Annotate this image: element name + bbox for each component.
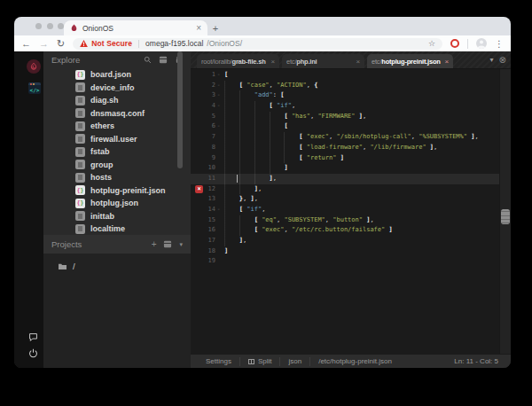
line-number: 13 [205, 194, 215, 205]
code-line[interactable]: 4- [ "if", [191, 101, 511, 112]
code-line[interactable]: 3- "add": [ [191, 90, 511, 101]
code-token: "/lib/firmware" [370, 144, 426, 151]
file-item[interactable]: localtime [43, 223, 191, 236]
power-icon[interactable] [28, 348, 38, 358]
package-icon[interactable] [163, 240, 172, 248]
back-icon[interactable]: ← [21, 39, 31, 49]
fold-marker[interactable]: - [215, 90, 222, 101]
file-item[interactable]: device_info [43, 82, 191, 95]
gutter: 4- [191, 101, 222, 112]
search-icon[interactable] [144, 56, 152, 64]
code-line[interactable]: 19 [191, 256, 511, 267]
editor-scrollbar-track[interactable] [499, 69, 511, 354]
file-item[interactable]: hotplug.json [43, 197, 191, 210]
code-line[interactable]: 6- [ [191, 121, 511, 132]
code-line[interactable]: 16 [ "exec", "/etc/rc.button/failsafe" ] [191, 225, 511, 236]
file-icon [75, 96, 85, 105]
tab-close-icon[interactable]: × [196, 24, 201, 33]
minimize-window-button[interactable] [47, 23, 53, 29]
code-line[interactable]: 17 ], [191, 236, 511, 246]
file-item[interactable]: board.json [43, 68, 191, 82]
plus-icon[interactable]: + [152, 240, 157, 249]
code-line[interactable]: 13 }, ], [191, 194, 511, 205]
code-line[interactable]: 7 [ "exec", "/sbin/hotplug-call", "%SUBS… [191, 132, 511, 143]
editor-scrollbar-thumb[interactable] [501, 209, 510, 224]
file-item[interactable]: dnsmasq.conf [43, 107, 191, 121]
code-line[interactable]: 2- [ "case", "ACTION", { [191, 81, 511, 91]
fold-marker[interactable]: - [215, 70, 222, 81]
code-line[interactable]: 10 ] [191, 163, 511, 174]
extension-o-icon[interactable] [450, 39, 459, 48]
editor-tab[interactable]: etc/hotplug-preinit.json× [367, 54, 453, 68]
file-name: inittab [90, 212, 114, 221]
cursor-position[interactable]: Ln: 11 - Col: 5 [454, 357, 504, 365]
new-tab-button[interactable]: + [207, 20, 223, 35]
onion-logo-icon[interactable] [27, 59, 41, 74]
file-item[interactable]: diag.sh [43, 94, 191, 107]
tab-filename: php.ini [296, 58, 317, 66]
editor-tab[interactable]: root/loralib/grab-file.sh× [197, 54, 279, 68]
code-line[interactable]: 8 [ "load-firmware", "/lib/firmware" ], [191, 143, 511, 153]
chat-bubble-icon[interactable] [28, 332, 38, 342]
code-line[interactable]: 18] [191, 246, 511, 257]
line-number: 5 [205, 112, 215, 122]
gutter: 10 [191, 163, 222, 174]
url-path: /OnionOS/ [207, 39, 242, 48]
file-item[interactable]: hosts [43, 171, 191, 184]
file-item[interactable]: ethers [43, 120, 191, 133]
code-editor-icon[interactable]: </> [28, 82, 41, 94]
code-token: ] [224, 247, 228, 254]
file-item[interactable]: hotplug-preinit.json [43, 184, 191, 198]
tab-close-icon[interactable]: × [442, 58, 449, 66]
file-item[interactable]: fstab [43, 145, 191, 159]
code-line[interactable]: 5 [ "has", "FIRMWARE" ], [191, 112, 511, 122]
star-icon[interactable]: ☆ [428, 39, 435, 48]
line-number: 19 [205, 256, 215, 267]
file-item[interactable]: inittab [43, 210, 191, 223]
code-token: "/sbin/hotplug-call" [336, 133, 411, 140]
code-token: "ACTION" [277, 82, 307, 89]
fold-marker[interactable]: - [215, 101, 222, 112]
code-token: "SUBSYSTEM" [284, 216, 325, 223]
chevron-down-icon[interactable]: ▾ [490, 56, 494, 64]
security-status[interactable]: Not Secure [91, 39, 132, 48]
syntax-mode-selector[interactable]: json [279, 357, 309, 366]
tab-close-icon[interactable]: × [269, 58, 275, 66]
code-line[interactable]: ×12 ], [191, 184, 511, 195]
close-all-icon[interactable]: ⊗ [499, 55, 506, 65]
text-cursor [237, 175, 238, 183]
split-button[interactable]: Split [239, 357, 280, 366]
file-item[interactable]: group [43, 159, 191, 172]
close-window-button[interactable] [35, 23, 42, 29]
fold-marker[interactable]: - [215, 121, 222, 132]
code-token: "if" [277, 102, 292, 109]
file-item[interactable]: firewall.user [43, 133, 191, 146]
code-line[interactable]: 11 ], [191, 174, 511, 184]
editor-tab[interactable]: etc/php.ini× [282, 54, 364, 68]
code-line[interactable]: 15 [ "eq", "SUBSYSTEM", "button" ], [191, 215, 511, 226]
browser-tab[interactable]: OnionOS × [64, 20, 207, 35]
reload-icon[interactable]: ↻ [57, 39, 65, 49]
project-item[interactable]: / [43, 260, 191, 272]
code-text: ] [222, 163, 511, 174]
fold-marker[interactable]: - [215, 205, 222, 215]
menu-dots-icon[interactable]: ⋮ [495, 39, 504, 49]
code-line[interactable]: 9 [ "return" ] [191, 153, 511, 164]
chevron-down-icon[interactable]: ▾ [179, 241, 183, 248]
tab-close-icon[interactable]: × [354, 58, 360, 66]
code-area[interactable]: 1-[2- [ "case", "ACTION", {3- "add": [4-… [191, 69, 511, 354]
package-icon[interactable] [159, 56, 168, 64]
sidebar-scrollbar[interactable] [177, 51, 183, 168]
fold-marker[interactable]: - [215, 81, 222, 91]
code-line[interactable]: 1-[ [191, 70, 511, 81]
profile-icon[interactable] [476, 38, 487, 49]
code-line[interactable]: 14- [ "if", [191, 205, 511, 215]
code-token: "exec" [262, 226, 284, 233]
settings-button[interactable]: Settings [198, 357, 239, 366]
code-token: , [370, 216, 373, 223]
zoom-window-button[interactable] [58, 23, 64, 29]
warning-icon [80, 40, 88, 47]
address-bar[interactable]: Not Secure omega-f195.local /OnionOS/ ☆ [73, 38, 442, 50]
gutter: 19 [191, 256, 222, 267]
split-icon [248, 359, 254, 364]
